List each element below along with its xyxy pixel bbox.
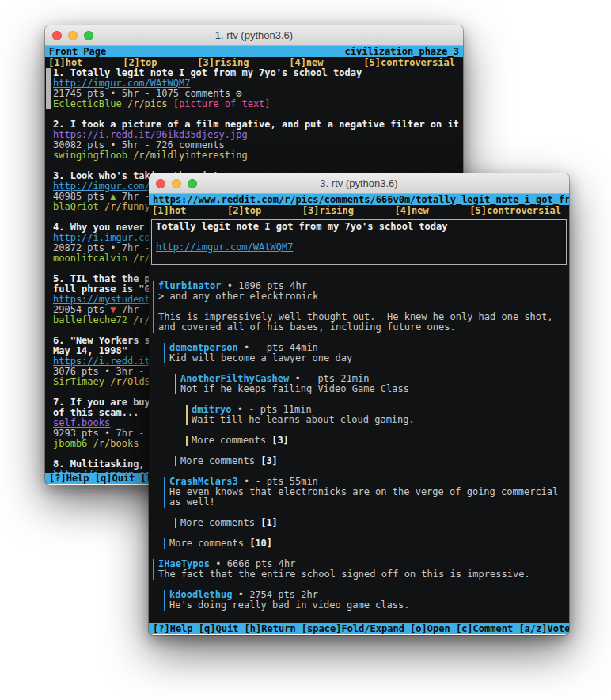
post-link[interactable]: self.books xyxy=(53,418,110,428)
post-subreddit[interactable]: /r/ xyxy=(127,315,150,325)
comment-body-line: as well! xyxy=(169,497,569,508)
menu-item-2top[interactable]: [2]top xyxy=(123,57,157,68)
comment-body-line: Wait till he learns about cloud gaming. xyxy=(192,415,569,425)
post-subreddit[interactable]: /r/books xyxy=(87,439,139,449)
more-comments-label: More comments xyxy=(169,538,249,549)
post-meta-text: 21745 pts • 5hr - 1075 comments xyxy=(53,89,236,99)
menu-item-5controversial[interactable]: [5]controversial xyxy=(363,57,455,68)
post-subreddit[interactable]: /r/ xyxy=(127,253,150,264)
comment-meta: • 1096 pts 4hr xyxy=(221,281,306,291)
post-subreddit[interactable]: /r/mildlyinteresting xyxy=(127,150,248,161)
comment[interactable]: dementperson • - pts 44minKid will becom… xyxy=(164,343,569,363)
post-link[interactable]: http://i.imgur.co xyxy=(53,233,150,243)
comment[interactable]: flurbinator • 1096 pts 4hr> and any othe… xyxy=(153,281,569,333)
more-comments[interactable]: More comments [3] xyxy=(186,436,569,446)
comment-author[interactable]: AnotherFilthyCashew xyxy=(180,374,289,384)
comment-header: flurbinator • 1096 pts 4hr xyxy=(158,281,569,291)
comment-author[interactable]: flurbinator xyxy=(158,281,221,291)
more-comments[interactable]: More comments [10] xyxy=(164,538,569,549)
comment-author[interactable]: IHaeTypos xyxy=(158,559,210,569)
more-comments-label: More comments xyxy=(180,518,260,528)
comment-author[interactable]: CrashMclars3 xyxy=(169,477,238,487)
comment-depth-bar xyxy=(153,559,154,580)
close-button[interactable] xyxy=(156,179,165,188)
post-author[interactable]: ballefleche72 xyxy=(53,315,127,325)
menu-item-4new[interactable]: [4]new xyxy=(394,205,428,216)
window1-titlebar[interactable]: 1. rtv (python3.6) xyxy=(45,25,463,46)
window1-title: 1. rtv (python3.6) xyxy=(215,29,293,41)
comments-footer-bar: [?]Help [q]Quit [h]Return [space]Fold/Ex… xyxy=(149,623,569,634)
post-author[interactable]: EclecticBlue xyxy=(53,99,122,109)
comment[interactable]: IHaeTypos • 6666 pts 4hrThe fact that th… xyxy=(153,559,569,580)
more-comments-label: More comments xyxy=(180,456,260,466)
post-meta-text: 3076 pts • 3hr - xyxy=(53,367,150,377)
logged-in-user: civilization_phaze_3 xyxy=(345,46,460,57)
post-author[interactable]: swingingfloob xyxy=(53,150,127,161)
comment-body-line xyxy=(158,302,569,312)
more-comments-count: [3] xyxy=(260,456,278,466)
comment-depth-bar xyxy=(186,436,188,446)
submission-title: Totally legit note I got from my 7yo's s… xyxy=(156,222,562,232)
comment-meta: • - pts 55min xyxy=(238,477,318,487)
more-comments-count: [10] xyxy=(249,538,272,549)
comment-author[interactable]: kdoodlethug xyxy=(169,590,232,600)
menu-item-4new[interactable]: [4]new xyxy=(289,57,323,68)
comment-body-line: Kid will become a lawyer one day xyxy=(169,353,569,363)
post-title: 2. I took a picture of a film negative, … xyxy=(53,120,463,130)
post-subreddit[interactable]: /r/funny xyxy=(99,202,150,212)
comment[interactable]: dmitryo • - pts 11minWait till he learns… xyxy=(186,405,569,425)
post-meta-text: 29054 pts xyxy=(53,305,110,315)
comment-depth-bar xyxy=(175,374,176,394)
submission-box[interactable]: Totally legit note I got from my 7yo's s… xyxy=(151,219,567,265)
comment-body-line: and covered all of his bases, including … xyxy=(158,322,569,333)
post-flair: [picture of text] xyxy=(173,99,271,109)
comment-meta: • - pts 21min xyxy=(289,374,369,384)
zoom-button[interactable] xyxy=(188,179,197,188)
comment-depth-bar xyxy=(186,405,188,425)
minimize-button[interactable] xyxy=(172,179,181,188)
post-author[interactable]: jbomb6 xyxy=(53,439,87,449)
menu-item-2top[interactable]: [2]top xyxy=(227,205,261,216)
menu-item-3rising[interactable]: [3]rising xyxy=(302,205,354,216)
comment-depth-bar xyxy=(175,518,176,528)
post-author[interactable]: moonlitcalvin xyxy=(53,253,127,264)
menu-item-3rising[interactable]: [3]rising xyxy=(197,57,249,68)
comment-author[interactable]: dementperson xyxy=(169,343,238,353)
menu-item-5controversial[interactable]: [5]controversial xyxy=(469,205,561,216)
menu-item-1hot[interactable]: [1]hot xyxy=(152,205,186,216)
post-tagline: swingingfloob /r/mildlyinteresting xyxy=(53,150,463,161)
post-link[interactable]: https://i.redd.it xyxy=(53,356,150,367)
post-link[interactable]: https://mystudent xyxy=(53,295,150,305)
post-author[interactable]: blaQriot xyxy=(53,202,99,212)
sort-menu-bar: [1]hot[2]top[3]rising[4]new[5]controvers… xyxy=(149,205,569,216)
post-item[interactable]: 1. Totally legit note I got from my 7yo'… xyxy=(45,68,463,109)
submission-link[interactable]: http://imgur.com/WAtWQM7 xyxy=(156,242,293,253)
post-subreddit[interactable]: /r/pics xyxy=(122,99,173,109)
post-link[interactable]: http://imgur.com/WAtWQM7 xyxy=(53,78,190,89)
post-title: 1. Totally legit note I got from my 7yo'… xyxy=(53,68,463,78)
post-link[interactable]: http://imgur.com/ xyxy=(53,181,150,192)
post-author[interactable]: SirTimaey xyxy=(53,377,104,387)
post-link[interactable]: https://i.redd.it/96ikd35djesy.jpg xyxy=(53,130,248,140)
comment[interactable]: AnotherFilthyCashew • - pts 21minNot if … xyxy=(175,374,569,394)
comment[interactable]: kdoodlethug • 2754 pts 2hrHe's doing rea… xyxy=(164,590,569,611)
comment-author[interactable]: dmitryo xyxy=(192,405,232,415)
zoom-button[interactable] xyxy=(84,31,93,40)
more-comments-label: More comments xyxy=(192,436,271,446)
comment-body-line: > and any other elecktronick xyxy=(158,291,569,302)
comments-window: 3. rtv (python3.6) https://www.reddit.co… xyxy=(149,173,569,635)
window2-titlebar[interactable]: 3. rtv (python3.6) xyxy=(149,173,569,194)
post-tagline: EclecticBlue /r/pics [picture of text] xyxy=(53,99,463,109)
more-comments[interactable]: More comments [1] xyxy=(175,518,569,528)
comment-depth-bar xyxy=(175,456,176,466)
comment-meta: • - pts 11min xyxy=(232,405,312,415)
close-button[interactable] xyxy=(52,31,62,40)
post-item[interactable]: 2. I took a picture of a film negative, … xyxy=(45,120,463,161)
comment[interactable]: CrashMclars3 • - pts 55minHe even knows … xyxy=(164,477,569,508)
sort-menu-bar: [1]hot[2]top[3]rising[4]new[5]controvers… xyxy=(45,57,463,68)
post-subreddit[interactable]: /r/OldS xyxy=(104,377,150,387)
minimize-button[interactable] xyxy=(68,31,78,40)
comment-header: CrashMclars3 • - pts 55min xyxy=(169,477,569,487)
more-comments[interactable]: More comments [3] xyxy=(175,456,569,466)
menu-item-1hot[interactable]: [1]hot xyxy=(48,57,82,68)
